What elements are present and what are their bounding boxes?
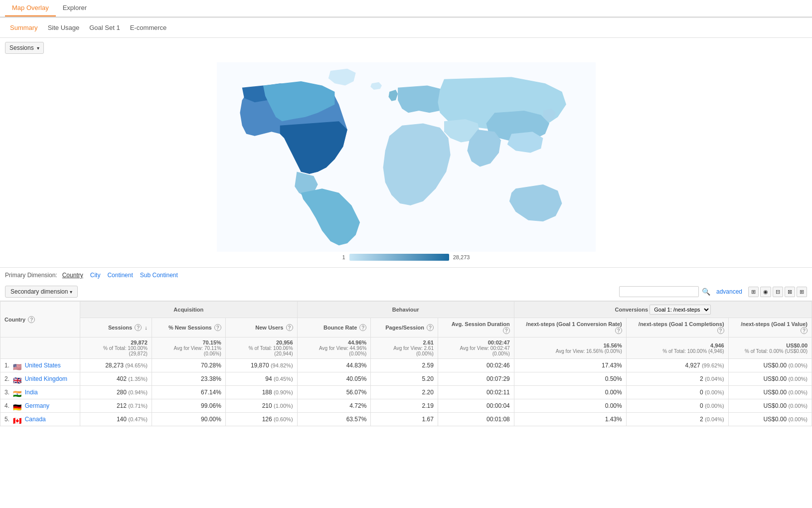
new-sessions-pct-1: 23.38% [152,372,225,386]
avg-session-duration-1: 00:07:29 [438,372,514,386]
col-header-pages-session: Pages/Session ? [371,318,438,338]
flag-4: 🇨🇦 [13,417,21,422]
primary-dim-label: Primary Dimension: [5,272,57,279]
sessions-help[interactable]: ? [135,324,142,331]
country-link-2[interactable]: India [25,389,38,396]
conversion-rate-0: 17.43% [514,359,626,372]
sessions-3: 212 (0.71%) [80,399,152,413]
new-sessions-pct-help[interactable]: ? [214,324,221,331]
goal-value-0: US$0.00 (0.00%) [728,359,812,372]
country-link-0[interactable]: United States [25,362,61,369]
country-cell-0: 1. 🇺🇸 United States [0,359,80,372]
goal-completions-help[interactable]: ? [717,327,724,334]
col-header-bounce-rate: Bounce Rate ? [297,318,371,338]
legend-max: 28,273 [453,254,470,260]
avg-session-duration-4: 00:01:08 [438,413,514,426]
pages-session-2: 2.20 [371,386,438,399]
pages-session-0: 2.59 [371,359,438,372]
new-users-help[interactable]: ? [286,324,293,331]
country-link-3[interactable]: Germany [25,402,49,409]
col-header-goal-value: /next-steps (Goal 1 Value) ? [728,318,812,338]
col-section-conversions: Conversions Goal 1: /next-steps [514,302,812,318]
country-link-4[interactable]: Canada [25,416,46,423]
dim-country[interactable]: Country [62,272,83,279]
goal-completions-0: 4,927 (99.62%) [626,359,728,372]
bounce-rate-help[interactable]: ? [359,324,366,331]
dim-city[interactable]: City [90,272,101,279]
dim-sub-continent[interactable]: Sub Continent [140,272,178,279]
avg-goal-value: US$0.00 % of Total: 0.00% (US$0.00) [728,338,812,359]
flag-3: 🇩🇪 [13,403,21,409]
avg-goal-completions: 4,946 % of Total: 100.00% (4,946) [626,338,728,359]
table-row: 3. 🇮🇳 India 280 (0.94%) 67.14% 188 (0.90… [0,386,812,399]
advanced-link[interactable]: advanced [716,288,742,295]
conversion-rate-2: 0.00% [514,386,626,399]
col-header-conversion-rate: /next-steps (Goal 1 Conversion Rate) ? [514,318,626,338]
avg-pages-session: 2.61 Avg for View: 2.61 (0.00%) [371,338,438,359]
sessions-4: 140 (0.47%) [80,413,152,426]
new-sessions-pct-3: 99.06% [152,399,225,413]
subtab-site-usage[interactable]: Site Usage [43,22,85,33]
conversion-rate-help[interactable]: ? [615,327,622,334]
conversion-rate-1: 0.50% [514,372,626,386]
goal-completions-2: 0 (0.00%) [626,386,728,399]
table-row: 2. 🇬🇧 United Kingdom 402 (1.35%) 23.38% … [0,372,812,386]
avg-new-users: 20,956 % of Total: 100.06% (20,944) [225,338,297,359]
col-header-new-users: New Users ? [225,318,297,338]
pages-session-3: 2.19 [371,399,438,413]
subtab-summary[interactable]: Summary [5,22,43,33]
tab-explorer[interactable]: Explorer [56,0,94,16]
view-icon-pie[interactable]: ◉ [760,287,771,297]
col-header-new-sessions-pct: % New Sessions ? [152,318,225,338]
sessions-dropdown[interactable]: Sessions [5,42,44,54]
country-help-icon[interactable]: ? [28,316,35,323]
goal-value-2: US$0.00 (0.00%) [728,386,812,399]
sort-arrow-sessions[interactable]: ↓ [145,325,148,331]
view-icon-grid[interactable]: ⊞ [748,287,759,297]
goal-value-1: US$0.00 (0.00%) [728,372,812,386]
row-num-1: 2. [4,375,9,382]
row-num-4: 5. [4,416,9,423]
pages-session-help[interactable]: ? [427,324,434,331]
row-num-3: 4. [4,402,9,409]
table-row: 5. 🇨🇦 Canada 140 (0.47%) 90.00% 126 (0.6… [0,413,812,426]
view-icon-compare[interactable]: ⊟ [773,287,783,297]
country-cell-2: 3. 🇮🇳 India [0,386,80,399]
col-header-goal-completions: /next-steps (Goal 1 Completions) ? [626,318,728,338]
subtab-goal-set-1[interactable]: Goal Set 1 [84,22,125,33]
tab-map-overlay[interactable]: Map Overlay [5,0,56,16]
bounce-rate-1: 40.05% [297,372,371,386]
bounce-rate-0: 44.83% [297,359,371,372]
view-icon-custom[interactable]: ⊞ [797,287,807,297]
search-icon[interactable]: 🔍 [702,288,710,296]
col-header-sessions: Sessions ? ↓ [80,318,152,338]
avg-session-duration-help[interactable]: ? [503,327,510,334]
dim-continent[interactable]: Continent [107,272,133,279]
col-header-avg-session-duration: Avg. Session Duration ? [438,318,514,338]
map-legend: 1 28,273 [342,252,470,263]
subtab-ecommerce[interactable]: E-commerce [125,22,172,33]
view-icon-pivot[interactable]: ⊠ [785,287,795,297]
avg-session-duration-0: 00:02:46 [438,359,514,372]
secondary-dimension-btn[interactable]: Secondary dimension [5,286,78,298]
conversions-goal-select[interactable]: Goal 1: /next-steps [650,305,711,315]
new-users-1: 94 (0.45%) [225,372,297,386]
new-users-4: 126 (0.60%) [225,413,297,426]
goal-completions-1: 2 (0.04%) [626,372,728,386]
avg-row-label [0,338,80,359]
avg-session-duration-2: 00:02:11 [438,386,514,399]
table-row: 4. 🇩🇪 Germany 212 (0.71%) 99.06% 210 (1.… [0,399,812,413]
country-link-1[interactable]: United Kingdom [25,375,67,382]
avg-new-sessions-pct: 70.15% Avg for View: 70.11% (0.06%) [152,338,225,359]
legend-gradient [349,254,449,261]
goal-value-help[interactable]: ? [801,327,808,334]
flag-1: 🇬🇧 [13,376,21,382]
table-search-input[interactable] [619,286,699,297]
new-users-3: 210 (1.00%) [225,399,297,413]
conversion-rate-3: 0.00% [514,399,626,413]
new-sessions-pct-4: 90.00% [152,413,225,426]
flag-2: 🇮🇳 [13,390,21,395]
country-cell-4: 5. 🇨🇦 Canada [0,413,80,426]
new-users-0: 19,870 (94.82%) [225,359,297,372]
sub-tab-bar: Summary Site Usage Goal Set 1 E-commerce [0,18,812,38]
